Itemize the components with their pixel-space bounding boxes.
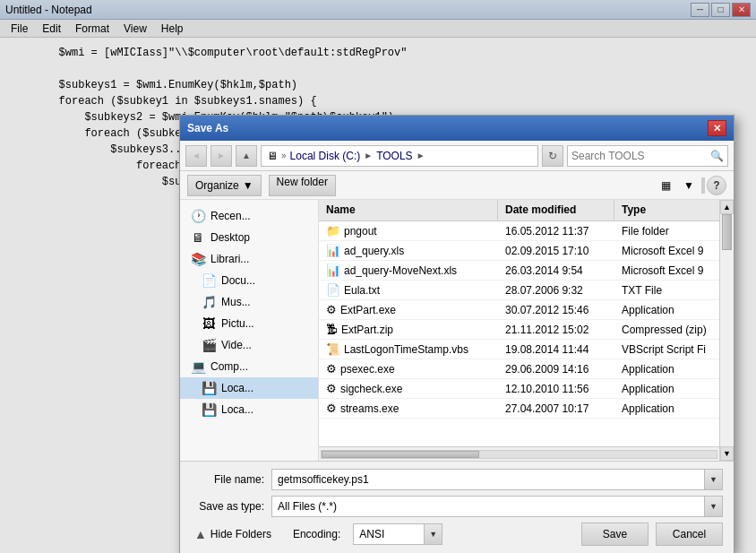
forward-button[interactable]: ► [210,145,232,167]
hide-folders-button[interactable]: ▲ Hide Folders [191,525,275,543]
file-name: streams.exe [340,402,399,415]
encoding-dropdown-arrow[interactable]: ▼ [424,524,442,544]
file-name: pngout [344,225,377,238]
table-row[interactable]: 📄 Eula.txt 28.07.2006 9:32 TXT File [319,281,719,300]
file-name: psexec.exe [340,363,395,376]
scroll-track-vertical[interactable] [720,214,734,446]
col-header-date[interactable]: Date modified [498,200,614,220]
file-icon: 📁 [326,224,340,238]
file-type-cell: Application [614,381,719,397]
sidebar-item-local1[interactable]: 💾 Loca... [180,377,318,399]
sidebar-item-libraries[interactable]: 📚 Librari... [180,248,318,270]
computer-icon: 💻 [191,359,205,374]
savetype-label: Save as type: [191,500,271,513]
dialog-close-button[interactable]: ✕ [708,120,726,136]
local2-icon: 💾 [202,402,216,417]
file-date-cell: 26.03.2014 9:54 [498,263,614,279]
file-date-cell: 30.07.2012 15:46 [498,302,614,318]
file-icon: ⚙ [326,303,337,316]
scroll-thumb[interactable] [322,451,479,458]
up-button[interactable]: ▲ [236,145,257,167]
sidebar-item-recent[interactable]: 🕐 Recen... [180,205,318,227]
music-icon: 🎵 [202,295,216,309]
file-name-cell: 📊 ad_query.xls [319,242,498,259]
address-path: 🖥 » Local Disk (C:) ► TOOLS ► [261,145,538,167]
search-input[interactable] [571,150,707,162]
file-type-cell: TXT File [614,282,719,298]
save-button[interactable]: Save [581,523,649,546]
table-row[interactable]: ⚙ streams.exe 27.04.2007 10:17 Applicati… [319,399,719,419]
file-icon: 🗜 [326,323,338,336]
filename-label: File name: [191,473,271,486]
file-name: ad_query-MoveNext.xls [344,264,457,277]
toolbar-separator [701,177,705,194]
sidebar-videos-label: Vide... [221,339,252,351]
sidebar-item-videos[interactable]: 🎬 Vide... [180,334,318,356]
scroll-track[interactable] [321,450,717,459]
new-folder-button[interactable]: New folder [269,175,336,196]
scroll-up-button[interactable]: ▲ [720,200,734,214]
file-name: Eula.txt [344,284,380,297]
file-type-cell: Application [614,302,719,318]
organize-button[interactable]: Organize ▼ [187,175,262,196]
table-row[interactable]: ⚙ psexec.exe 29.06.2009 14:16 Applicatio… [319,359,719,379]
path-local-disk[interactable]: Local Disk (C:) [290,150,361,162]
table-row[interactable]: 📊 ad_query-MoveNext.xls 26.03.2014 9:54 … [319,261,719,281]
file-name: ad_query.xls [344,245,404,257]
scroll-thumb-vertical[interactable] [722,214,732,250]
file-name: sigcheck.exe [340,383,402,395]
table-row[interactable]: 🗜 ExtPart.zip 21.11.2012 15:02 Compresse… [319,320,719,340]
file-date-cell: 02.09.2015 17:10 [498,243,614,259]
path-tools[interactable]: TOOLS [376,150,412,162]
horizontal-scrollbar[interactable] [319,446,719,461]
sidebar-libraries-label: Librari... [210,253,249,265]
table-row[interactable]: 📊 ad_query.xls 02.09.2015 17:10 Microsof… [319,241,719,261]
col-header-name[interactable]: Name [319,200,498,220]
file-icon: ⚙ [326,362,337,376]
help-button[interactable]: ? [707,176,726,195]
file-date-cell: 29.06.2009 14:16 [498,361,614,377]
back-button[interactable]: ◄ [185,145,207,167]
file-name-cell: ⚙ streams.exe [319,400,498,417]
table-row[interactable]: ⚙ sigcheck.exe 12.10.2010 11:56 Applicat… [319,379,719,399]
address-bar: ◄ ► ▲ 🖥 » Local Disk (C:) ► TOOLS ► ↻ 🔍 [180,141,734,171]
search-icon[interactable]: 🔍 [710,150,724,162]
filename-dropdown-arrow[interactable]: ▼ [704,470,722,489]
file-icon: 📜 [326,342,340,356]
file-name-cell: ⚙ ExtPart.exe [319,301,498,318]
sidebar-item-music[interactable]: 🎵 Mus... [180,291,318,313]
videos-icon: 🎬 [202,338,216,352]
view-toggle-button[interactable]: ▦ [655,175,676,196]
refresh-button[interactable]: ↻ [542,145,563,167]
col-header-type[interactable]: Type [614,200,719,220]
file-date-cell: 28.07.2006 9:32 [498,282,614,298]
encoding-area: Encoding: ANSI ▼ [293,523,442,545]
encoding-value: ANSI [354,528,424,540]
file-name-cell: 📜 LastLogonTimeStamp.vbs [319,341,498,358]
savetype-value: All Files (*.*) [272,496,704,517]
file-name: ExtPart.exe [340,304,396,316]
table-row[interactable]: 📁 pngout 16.05.2012 11:37 File folder [319,221,719,241]
sidebar-item-computer[interactable]: 💻 Comp... [180,356,318,377]
file-name-cell: ⚙ psexec.exe [319,360,498,377]
file-name: LastLogonTimeStamp.vbs [344,343,468,356]
cancel-button[interactable]: Cancel [656,523,723,546]
dialog-title: Save As [187,122,708,134]
file-list-header: Name Date modified Type [319,200,719,221]
hide-folders-label: Hide Folders [210,528,271,540]
sidebar-item-desktop[interactable]: 🖥 Desktop [180,227,318,248]
table-row[interactable]: 📜 LastLogonTimeStamp.vbs 19.08.2014 11:4… [319,340,719,359]
scroll-down-button[interactable]: ▼ [720,446,734,461]
sidebar-item-documents[interactable]: 📄 Docu... [180,270,318,291]
file-list-container: Name Date modified Type 📁 pngout 16.05.2… [319,200,719,461]
sidebar-item-pictures[interactable]: 🖼 Pictu... [180,313,318,334]
savetype-dropdown-arrow[interactable]: ▼ [704,497,722,516]
view-buttons: ▦ ▼ ? [655,175,726,196]
table-row[interactable]: ⚙ ExtPart.exe 30.07.2012 15:46 Applicati… [319,300,719,320]
vertical-scrollbar[interactable]: ▲ ▼ [719,200,734,461]
view-arrow-button[interactable]: ▼ [678,175,700,196]
local1-icon: 💾 [202,381,216,395]
sidebar-item-local2[interactable]: 💾 Loca... [180,399,318,420]
bottom-actions: ▲ Hide Folders Encoding: ANSI ▼ Save Can… [191,523,723,546]
encoding-label: Encoding: [293,528,340,540]
